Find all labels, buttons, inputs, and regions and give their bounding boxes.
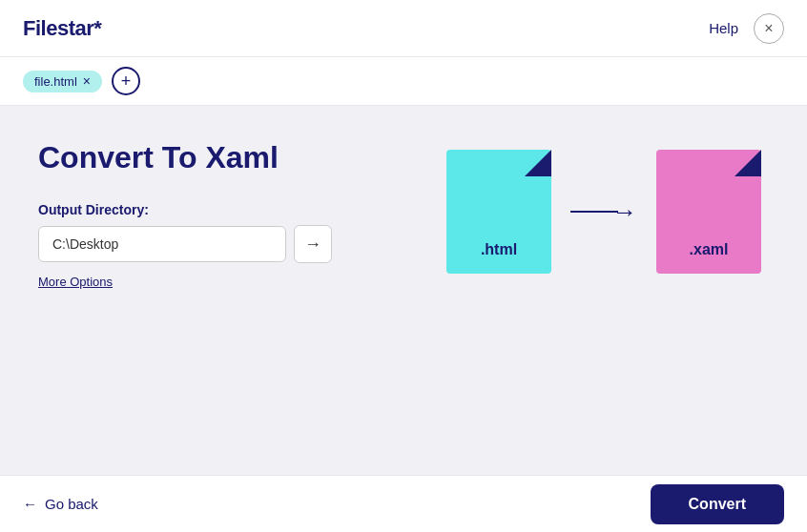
file-tab-close-icon: × [83,73,91,89]
more-options-button[interactable]: More Options [38,275,113,289]
xaml-file-corner [735,150,761,176]
arrow-head-icon: → [612,197,637,227]
page-title: Convert To Xaml [38,140,382,175]
close-button[interactable]: × [754,13,784,44]
file-tab-close-button[interactable]: × [83,74,91,88]
go-back-arrow-icon: ← [23,496,37,512]
close-icon: × [764,20,773,37]
left-panel: Convert To Xaml Output Directory: → More… [38,140,382,290]
file-tab-label: file.html [34,74,77,89]
html-file-corner [525,150,551,176]
html-file-label: .html [481,241,517,258]
right-panel: .html → .xaml [439,140,769,274]
html-file-icon: .html [446,150,551,274]
header: Filestar* Help × [0,0,807,57]
arrow-line: → [570,197,637,227]
directory-browse-button[interactable]: → [294,225,332,263]
tabs-bar: file.html × + [0,57,807,106]
go-back-button[interactable]: ← Go back [23,496,98,512]
help-button[interactable]: Help [709,20,738,36]
conversion-illustration: .html → .xaml [446,150,761,274]
main-content: Convert To Xaml Output Directory: → More… [0,106,807,475]
xaml-file-label: .xaml [690,241,729,258]
arrow-right-icon: → [304,235,321,255]
xaml-file-icon: .xaml [656,150,761,274]
add-file-button[interactable]: + [112,67,140,95]
add-icon: + [121,72,132,92]
file-tab: file.html × [23,71,102,92]
output-directory-input[interactable] [38,226,286,262]
arrow-shaft [570,211,618,214]
output-directory-label: Output Directory: [38,202,382,217]
directory-row: → [38,225,382,263]
conversion-arrow: → [570,197,637,227]
footer: ← Go back Convert [0,475,807,532]
app-logo: Filestar* [23,16,101,41]
header-right: Help × [709,13,784,44]
convert-button[interactable]: Convert [651,484,784,524]
go-back-label: Go back [45,496,98,512]
